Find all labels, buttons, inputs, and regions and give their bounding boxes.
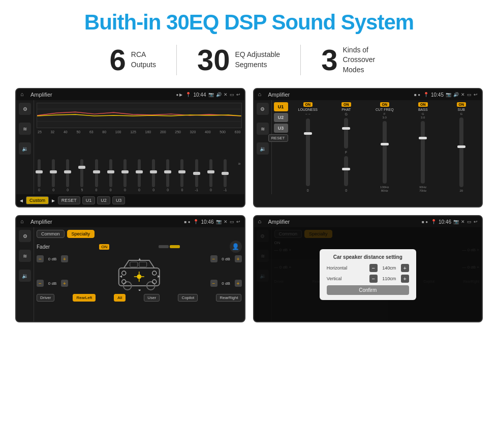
home-icon[interactable]: ⌂ (20, 91, 27, 98)
page-title: Buith-in 30EQ DSP Sound System (15, 10, 483, 35)
eq-track-9[interactable] (166, 159, 169, 187)
eq-speaker-btn[interactable]: 🔉 (19, 142, 31, 155)
confirm-btn[interactable]: Confirm (327, 285, 409, 295)
back-icon-4[interactable]: ↩ (474, 219, 478, 224)
freq-80: 80 (102, 130, 106, 134)
common-tab[interactable]: Common (37, 230, 65, 238)
freq-63: 63 (89, 130, 94, 134)
left-bot-minus[interactable]: − (37, 280, 44, 287)
home-icon-4[interactable]: ⌂ (258, 218, 265, 225)
eq-track-10[interactable] (180, 159, 183, 187)
loudness-slider[interactable] (306, 118, 310, 186)
cutfreq-name: CUT FREQ (376, 108, 394, 111)
rearright-btn[interactable]: RearRight (216, 294, 241, 302)
eq-track-3[interactable] (80, 159, 83, 187)
eq-track-6[interactable] (123, 159, 127, 187)
svg-text:▼: ▼ (138, 288, 142, 291)
home-icon-2[interactable]: ⌂ (258, 91, 265, 98)
eq-val-9: 0 (167, 188, 169, 192)
rearleft-btn[interactable]: RearLeft (73, 294, 96, 302)
window-icon: ▭ (230, 92, 234, 97)
loudness-on[interactable]: ON (303, 102, 313, 107)
u1-btn-1[interactable]: U1 (82, 196, 96, 204)
reset-btn-1[interactable]: RESET (58, 196, 80, 204)
eq-val-11: -1 (195, 188, 198, 192)
eq-track-5[interactable] (109, 159, 112, 187)
fader-filter-btn[interactable]: ⚙ (19, 230, 31, 242)
eq-slider-6: 0 (123, 159, 127, 192)
copilot-btn[interactable]: Copilot (178, 294, 198, 302)
eq-track-4[interactable] (95, 159, 98, 187)
back-icon-2[interactable]: ↩ (474, 92, 478, 97)
fader-wave-btn[interactable]: ≋ (19, 250, 31, 262)
right-bot-plus[interactable]: + (235, 280, 242, 287)
record-dot-2: ■ ● (414, 93, 420, 97)
u3-selector[interactable]: U3 (274, 124, 288, 133)
left-top-minus[interactable]: − (37, 255, 44, 262)
fader-speaker-btn[interactable]: 🔉 (19, 270, 31, 282)
phat-on[interactable]: ON (341, 102, 351, 107)
screen4-title: Amplifier (268, 219, 419, 225)
specialty-tab[interactable]: Specialty (67, 230, 95, 238)
user-btn[interactable]: User (144, 294, 160, 302)
sub-on[interactable]: ON (457, 102, 466, 107)
u2-selector[interactable]: U2 (274, 113, 288, 122)
fader-tabs: Common Specialty (37, 230, 242, 238)
vertical-minus[interactable]: − (369, 275, 378, 283)
right-top-plus[interactable]: + (235, 255, 242, 262)
eq-slider-10: 0 (180, 159, 183, 192)
prev-icon[interactable]: ◄ (19, 198, 24, 203)
vertical-plus[interactable]: + (401, 275, 409, 283)
right-bot-minus[interactable]: − (210, 280, 217, 287)
sub-slider[interactable] (459, 117, 463, 187)
eq-track-7[interactable] (138, 159, 141, 187)
eq-track-11[interactable] (195, 159, 198, 187)
eq-track-13[interactable] (224, 159, 227, 187)
screen3-status-icons: 📍 10:46 📷 ✕ ▭ ↩ (193, 219, 240, 225)
eq-filter-btn[interactable]: ⚙ (19, 103, 31, 115)
person-btn[interactable]: 👤 (230, 241, 242, 253)
phat-slider2[interactable] (344, 156, 348, 187)
eq-track-0[interactable] (38, 159, 41, 187)
phat-slider[interactable] (344, 118, 348, 148)
svg-text:►: ► (157, 274, 161, 279)
right-top-minus[interactable]: − (210, 255, 217, 262)
horizontal-minus[interactable]: − (369, 264, 378, 272)
stat-eq-number: 30 (197, 45, 230, 75)
amp-filter-btn[interactable]: ⚙ (257, 103, 269, 115)
dialog-horizontal-row: Horizontal − 140cm + (327, 264, 409, 272)
all-btn[interactable]: All (114, 294, 126, 302)
home-icon-3[interactable]: ⌂ (20, 218, 27, 225)
eq-val-5: 0 (110, 188, 112, 192)
bass-slider[interactable] (421, 121, 425, 184)
custom-preset-btn[interactable]: Custom (26, 196, 49, 204)
u3-btn-1[interactable]: U3 (112, 196, 126, 204)
next-icon[interactable]: ► (51, 198, 56, 203)
fader-on-badge[interactable]: ON (99, 244, 109, 250)
back-icon-3[interactable]: ↩ (236, 219, 240, 224)
amp-wave-btn[interactable]: ≋ (257, 123, 269, 135)
eq-track-1[interactable] (52, 159, 55, 187)
eq-wave-btn[interactable]: ≋ (19, 123, 31, 135)
eq-track-12[interactable] (209, 159, 212, 187)
driver-btn[interactable]: Driver (37, 294, 54, 302)
amp-speaker-btn[interactable]: 🔉 (257, 142, 269, 155)
horizontal-plus[interactable]: + (401, 264, 409, 272)
bass-on[interactable]: ON (418, 102, 428, 107)
close-icon-3: ✕ (224, 219, 228, 224)
cutfreq-slider[interactable] (383, 121, 387, 184)
u2-btn-1[interactable]: U2 (97, 196, 110, 204)
eq-val-12: 0 (210, 188, 212, 192)
eq-track-2[interactable] (66, 159, 69, 187)
svg-text:▲: ▲ (138, 257, 142, 261)
stat-rca-label: RCAOutputs (131, 50, 156, 70)
u1-selector[interactable]: U1 (274, 102, 288, 111)
left-top-plus[interactable]: + (61, 255, 68, 262)
right-bot-db: 0 dB (219, 281, 233, 286)
left-bot-plus[interactable]: + (61, 280, 68, 287)
cutfreq-on[interactable]: ON (380, 102, 390, 107)
back-icon[interactable]: ↩ (236, 92, 240, 97)
amp-reset-btn[interactable]: RESET (268, 134, 288, 142)
stat-eq-label: EQ AdjustableSegments (235, 50, 280, 70)
eq-track-8[interactable] (152, 159, 155, 187)
